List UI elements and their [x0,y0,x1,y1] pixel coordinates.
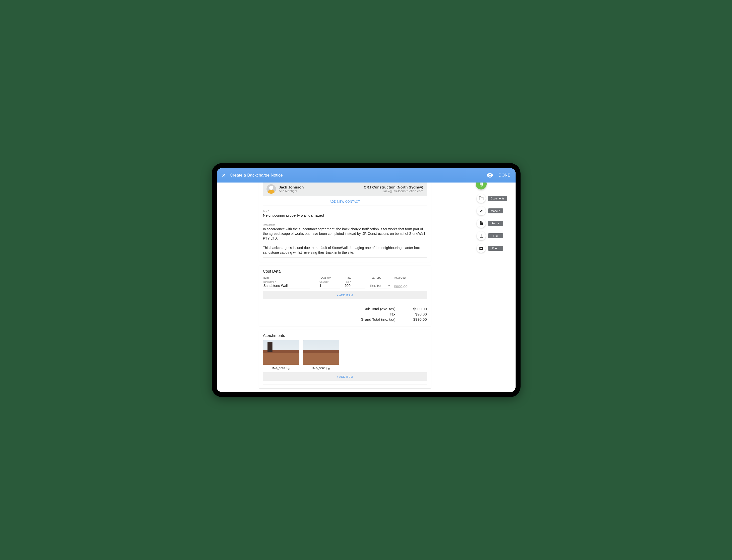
attachment-item[interactable]: IMG_3888.jpg [303,340,339,370]
contact-name: Jack Johnson [279,185,364,189]
tax-type-label [370,281,393,284]
contact-card[interactable]: Jack Johnson Site Manager CRJ Constructi… [263,183,427,196]
photo-icon-button[interactable] [477,244,486,253]
description-field-label: Description [263,224,427,226]
tax-type-value: Exc. Tax [370,284,381,288]
attach-fab[interactable] [476,183,487,189]
title-field[interactable]: Neighbouring property wall damaged [263,213,427,219]
grand-total-label: Grand Total (inc. tax) [342,317,404,321]
avatar [266,184,276,194]
main-column: General Information To Jack Johnson Site… [217,183,473,392]
header-tax: Tax Type [370,276,394,279]
add-attachment-bar: + ADD ITEM [263,372,427,381]
attachment-item[interactable]: IMG_3887.jpg [263,340,299,370]
tax-type-select[interactable]: Exc. Tax ▼ [370,284,391,289]
svg-point-1 [480,248,482,249]
app-body: General Information To Jack Johnson Site… [217,183,516,392]
folder-icon [479,196,483,200]
page-title: Create a Backcharge Notice [230,173,487,178]
markup-icon-button[interactable] [477,206,486,215]
rate-field[interactable]: 900 [345,283,365,289]
add-attachment-button[interactable]: + ADD ITEM [337,375,353,378]
cost-header-row: Item Quantity Rate Tax Type Total Cost [263,276,427,279]
subtotal-label: Sub Total (exc. tax) [342,307,404,311]
cost-detail-card: Cost Detail Item Quantity Rate Tax Type … [259,266,431,326]
tablet-device-frame: ✕ Create a Backcharge Notice DONE Genera… [212,163,521,397]
close-icon[interactable]: ✕ [222,172,226,178]
attachment-filename: IMG_3887.jpg [263,367,299,370]
grand-total-value: $990.00 [404,317,427,321]
actions-rail: Documents Markup Forms [473,183,516,392]
documents-button[interactable]: Documents [488,196,507,201]
add-cost-item-bar: + ADD ITEM [263,291,427,299]
rail-documents: Documents [477,194,512,203]
screen: ✕ Create a Backcharge Notice DONE Genera… [217,168,516,392]
header-qty: Quantity [321,276,345,279]
contact-role: Site Manager [279,189,364,193]
item-name-label: Item Name * [264,281,318,283]
upload-icon [479,234,483,238]
add-contact-button[interactable]: ADD NEW CONTACT [330,200,360,203]
forms-icon-button[interactable] [477,219,486,228]
done-button[interactable]: DONE [499,173,510,178]
tax-label: Tax [342,312,404,316]
rate-label: Rate * [345,281,368,283]
qty-field[interactable]: 1 [320,283,340,289]
paperclip-icon [479,183,483,187]
add-contact-row: ADD NEW CONTACT [263,196,427,205]
app-header: ✕ Create a Backcharge Notice DONE [217,168,516,183]
preview-icon[interactable] [487,173,493,178]
attachment-filename: IMG_3888.jpg [303,367,339,370]
rail-file: File [477,231,512,240]
row-total-value: $900.00 [394,284,407,290]
totals-block: Sub Total (exc. tax) $900.00 Tax $90.00 … [263,306,427,322]
document-icon [479,221,483,226]
section-title-attachments: Attachments [263,333,427,338]
documents-icon-button[interactable] [477,194,486,203]
qty-label: Quantity * [320,281,343,283]
title-field-label: Title * [263,210,427,213]
description-field[interactable]: In accordance with the subcontract agree… [263,227,427,258]
rail-photo: Photo [477,244,512,253]
file-icon-button[interactable] [477,231,486,240]
attachments-card: Attachments IMG_3887.jpg IMG [259,330,431,388]
markup-button[interactable]: Markup [488,208,503,213]
cost-item-row: Item Name * Sandstone Wall Quantity * 1 … [263,281,427,289]
add-cost-item-button[interactable]: + ADD ITEM [337,294,353,297]
chevron-down-icon: ▼ [388,285,390,287]
header-item: Item [264,276,321,279]
attachment-thumbnail [303,340,339,365]
rail-markup: Markup [477,206,512,215]
attachment-thumbnail [263,340,299,365]
tax-value: $90.00 [404,312,427,316]
header-rate: Rate [345,276,370,279]
svg-point-0 [489,175,491,176]
camera-icon [479,247,483,250]
photo-button[interactable]: Photo [488,246,503,251]
item-name-field[interactable]: Sandstone Wall [264,283,310,289]
subtotal-value: $900.00 [404,307,427,311]
pencil-icon [479,209,483,213]
general-info-card: General Information To Jack Johnson Site… [259,183,431,262]
file-button[interactable]: File [488,233,503,238]
forms-button[interactable]: Forms [488,221,503,226]
section-title-cost: Cost Detail [263,269,427,274]
contact-email: Jack@CRJconstruction.com [364,189,423,193]
attachments-row: IMG_3887.jpg IMG_3888.jpg [263,340,427,370]
contact-company: CRJ Construction (North Sydney) [364,185,423,189]
rail-forms: Forms [477,219,512,228]
header-total: Total Cost [394,276,426,279]
